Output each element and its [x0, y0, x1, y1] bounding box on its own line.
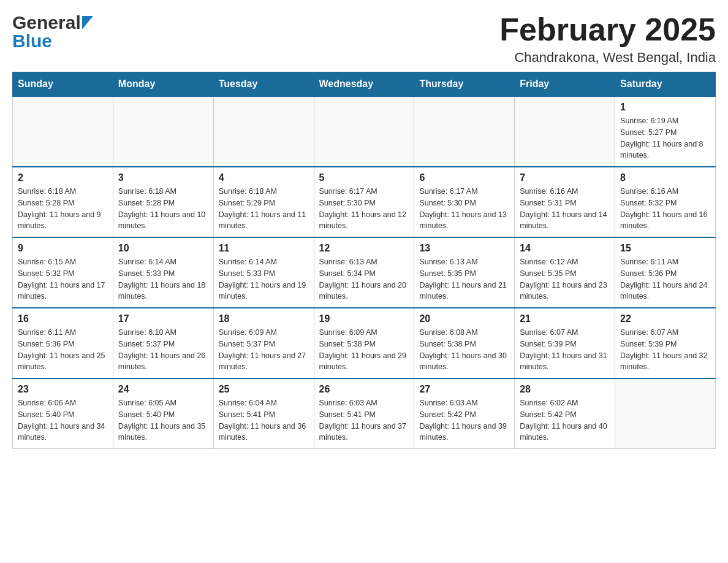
day-info: Sunrise: 6:10 AMSunset: 5:37 PMDaylight:… [118, 327, 208, 373]
day-number: 14 [520, 243, 610, 254]
calendar-day-cell: 10Sunrise: 6:14 AMSunset: 5:33 PMDayligh… [113, 237, 213, 308]
calendar-day-cell: 28Sunrise: 6:02 AMSunset: 5:42 PMDayligh… [515, 378, 615, 449]
day-number: 18 [219, 313, 309, 324]
day-number: 5 [319, 172, 409, 183]
calendar-day-cell: 7Sunrise: 6:16 AMSunset: 5:31 PMDaylight… [515, 167, 615, 237]
calendar-day-cell: 24Sunrise: 6:05 AMSunset: 5:40 PMDayligh… [113, 378, 213, 449]
day-number: 21 [520, 313, 610, 324]
calendar-day-cell [213, 96, 314, 167]
day-number: 10 [118, 243, 208, 254]
day-info: Sunrise: 6:14 AMSunset: 5:33 PMDaylight:… [219, 256, 309, 302]
logo: General Blue [12, 12, 93, 52]
day-number: 20 [419, 313, 509, 324]
calendar-week-row: 23Sunrise: 6:06 AMSunset: 5:40 PMDayligh… [13, 378, 716, 449]
calendar-day-cell: 14Sunrise: 6:12 AMSunset: 5:35 PMDayligh… [515, 237, 615, 308]
day-number: 8 [620, 172, 710, 183]
calendar-day-cell: 1Sunrise: 6:19 AMSunset: 5:27 PMDaylight… [615, 96, 716, 167]
day-number: 16 [18, 313, 108, 324]
calendar-day-cell: 17Sunrise: 6:10 AMSunset: 5:37 PMDayligh… [113, 308, 213, 378]
calendar-day-cell: 3Sunrise: 6:18 AMSunset: 5:28 PMDaylight… [113, 167, 213, 237]
day-number: 13 [419, 243, 509, 254]
calendar-day-cell [113, 96, 213, 167]
calendar-day-cell: 11Sunrise: 6:14 AMSunset: 5:33 PMDayligh… [213, 237, 314, 308]
day-info: Sunrise: 6:08 AMSunset: 5:38 PMDaylight:… [419, 327, 509, 373]
day-number: 17 [118, 313, 208, 324]
page-header: General Blue February 2025 Chandrakona, … [12, 12, 716, 66]
day-of-week-header: Wednesday [314, 72, 414, 97]
day-info: Sunrise: 6:07 AMSunset: 5:39 PMDaylight:… [620, 327, 710, 373]
day-info: Sunrise: 6:02 AMSunset: 5:42 PMDaylight:… [520, 397, 610, 443]
day-info: Sunrise: 6:19 AMSunset: 5:27 PMDaylight:… [620, 115, 710, 161]
day-of-week-header: Saturday [615, 72, 716, 97]
day-number: 15 [620, 243, 710, 254]
day-number: 2 [18, 172, 108, 183]
day-number: 3 [118, 172, 208, 183]
day-info: Sunrise: 6:13 AMSunset: 5:34 PMDaylight:… [319, 256, 409, 302]
day-number: 23 [18, 384, 108, 395]
day-number: 22 [620, 313, 710, 324]
day-info: Sunrise: 6:17 AMSunset: 5:30 PMDaylight:… [419, 186, 509, 232]
calendar-day-cell: 23Sunrise: 6:06 AMSunset: 5:40 PMDayligh… [13, 378, 113, 449]
calendar-day-cell: 27Sunrise: 6:03 AMSunset: 5:42 PMDayligh… [414, 378, 515, 449]
calendar-day-cell [414, 96, 515, 167]
day-number: 12 [319, 243, 409, 254]
day-number: 24 [118, 384, 208, 395]
calendar-day-cell [515, 96, 615, 167]
day-of-week-header: Tuesday [213, 72, 314, 97]
day-number: 1 [620, 102, 710, 113]
calendar-week-row: 16Sunrise: 6:11 AMSunset: 5:36 PMDayligh… [13, 308, 716, 378]
day-info: Sunrise: 6:18 AMSunset: 5:28 PMDaylight:… [118, 186, 208, 232]
day-number: 9 [18, 243, 108, 254]
calendar-day-cell: 20Sunrise: 6:08 AMSunset: 5:38 PMDayligh… [414, 308, 515, 378]
day-number: 4 [219, 172, 309, 183]
day-of-week-header: Monday [113, 72, 213, 97]
day-info: Sunrise: 6:15 AMSunset: 5:32 PMDaylight:… [18, 256, 108, 302]
calendar-day-cell: 6Sunrise: 6:17 AMSunset: 5:30 PMDaylight… [414, 167, 515, 237]
logo-general-text: General [12, 12, 81, 33]
day-info: Sunrise: 6:12 AMSunset: 5:35 PMDaylight:… [520, 256, 610, 302]
day-info: Sunrise: 6:16 AMSunset: 5:31 PMDaylight:… [520, 186, 610, 232]
calendar-day-cell: 5Sunrise: 6:17 AMSunset: 5:30 PMDaylight… [314, 167, 414, 237]
day-info: Sunrise: 6:18 AMSunset: 5:28 PMDaylight:… [18, 186, 108, 232]
day-number: 19 [319, 313, 409, 324]
day-info: Sunrise: 6:17 AMSunset: 5:30 PMDaylight:… [319, 186, 409, 232]
day-number: 27 [419, 384, 509, 395]
day-info: Sunrise: 6:16 AMSunset: 5:32 PMDaylight:… [620, 186, 710, 232]
calendar-week-row: 9Sunrise: 6:15 AMSunset: 5:32 PMDaylight… [13, 237, 716, 308]
calendar-day-cell: 22Sunrise: 6:07 AMSunset: 5:39 PMDayligh… [615, 308, 716, 378]
day-number: 11 [219, 243, 309, 254]
day-of-week-header: Sunday [13, 72, 113, 97]
day-info: Sunrise: 6:03 AMSunset: 5:41 PMDaylight:… [319, 397, 409, 443]
logo-blue-text: Blue [12, 31, 52, 52]
calendar-day-cell: 9Sunrise: 6:15 AMSunset: 5:32 PMDaylight… [13, 237, 113, 308]
day-info: Sunrise: 6:09 AMSunset: 5:38 PMDaylight:… [319, 327, 409, 373]
svg-marker-0 [82, 16, 93, 29]
calendar-day-cell [615, 378, 716, 449]
logo-arrow-icon [82, 16, 93, 32]
calendar-day-cell: 4Sunrise: 6:18 AMSunset: 5:29 PMDaylight… [213, 167, 314, 237]
day-info: Sunrise: 6:05 AMSunset: 5:40 PMDaylight:… [118, 397, 208, 443]
day-info: Sunrise: 6:11 AMSunset: 5:36 PMDaylight:… [18, 327, 108, 373]
calendar-day-cell: 19Sunrise: 6:09 AMSunset: 5:38 PMDayligh… [314, 308, 414, 378]
calendar-day-cell: 13Sunrise: 6:13 AMSunset: 5:35 PMDayligh… [414, 237, 515, 308]
title-block: February 2025 Chandrakona, West Bengal, … [499, 12, 716, 66]
calendar-day-cell [13, 96, 113, 167]
day-of-week-header: Friday [515, 72, 615, 97]
day-number: 26 [319, 384, 409, 395]
day-number: 25 [219, 384, 309, 395]
day-info: Sunrise: 6:07 AMSunset: 5:39 PMDaylight:… [520, 327, 610, 373]
day-info: Sunrise: 6:13 AMSunset: 5:35 PMDaylight:… [419, 256, 509, 302]
calendar-day-cell: 12Sunrise: 6:13 AMSunset: 5:34 PMDayligh… [314, 237, 414, 308]
day-info: Sunrise: 6:18 AMSunset: 5:29 PMDaylight:… [219, 186, 309, 232]
calendar-day-cell: 26Sunrise: 6:03 AMSunset: 5:41 PMDayligh… [314, 378, 414, 449]
calendar-day-cell: 21Sunrise: 6:07 AMSunset: 5:39 PMDayligh… [515, 308, 615, 378]
day-info: Sunrise: 6:06 AMSunset: 5:40 PMDaylight:… [18, 397, 108, 443]
day-info: Sunrise: 6:04 AMSunset: 5:41 PMDaylight:… [219, 397, 309, 443]
day-info: Sunrise: 6:09 AMSunset: 5:37 PMDaylight:… [219, 327, 309, 373]
day-number: 6 [419, 172, 509, 183]
calendar-title: February 2025 [499, 12, 716, 47]
calendar-header-row: SundayMondayTuesdayWednesdayThursdayFrid… [13, 72, 716, 97]
location-text: Chandrakona, West Bengal, India [499, 50, 716, 66]
day-info: Sunrise: 6:03 AMSunset: 5:42 PMDaylight:… [419, 397, 509, 443]
day-number: 28 [520, 384, 610, 395]
